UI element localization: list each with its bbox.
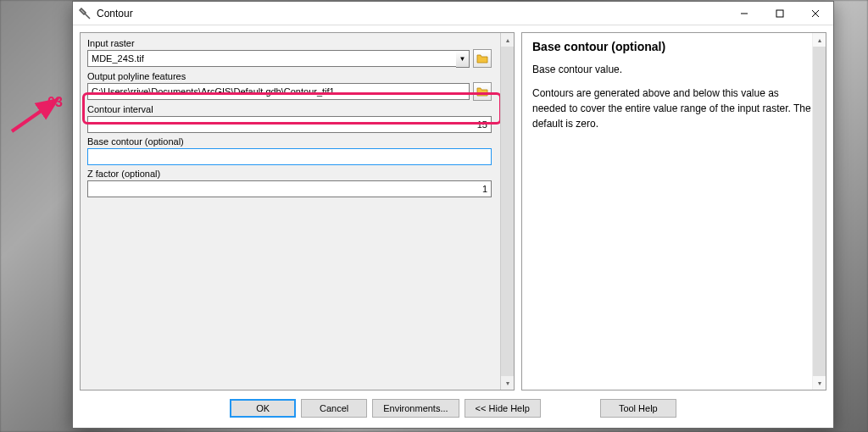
scroll-down-icon[interactable]: ▾ — [501, 376, 514, 390]
button-bar: OK Cancel Environments... << Hide Help T… — [73, 390, 833, 428]
output-polyline-field[interactable] — [87, 83, 470, 100]
help-panel: Base contour (optional) Base contour val… — [521, 32, 826, 390]
parameters-panel: Input raster ▼ Output polyline features — [80, 32, 515, 390]
maximize-button[interactable] — [762, 2, 798, 25]
close-button[interactable] — [798, 2, 833, 25]
z-factor-label: Z factor (optional) — [87, 169, 492, 179]
ok-button[interactable]: OK — [230, 399, 296, 418]
titlebar[interactable]: Contour — [73, 2, 833, 25]
tool-help-button[interactable]: Tool Help — [600, 399, 676, 418]
window-title: Contour — [97, 8, 133, 19]
help-paragraph: Base contour value. — [532, 62, 815, 77]
help-title: Base contour (optional) — [532, 40, 815, 53]
output-polyline-label: Output polyline features — [87, 71, 492, 81]
hammer-icon — [78, 7, 92, 20]
svg-rect-2 — [776, 10, 783, 17]
scroll-down-icon[interactable]: ▾ — [813, 376, 826, 390]
help-scrollbar[interactable]: ▴ ▾ — [812, 33, 826, 390]
hide-help-button[interactable]: << Hide Help — [465, 399, 541, 418]
help-paragraph: Contours are generated above and below t… — [532, 86, 815, 131]
minimize-button[interactable] — [726, 2, 762, 25]
contour-interval-field[interactable] — [87, 116, 492, 133]
base-contour-label: Base contour (optional) — [87, 136, 492, 147]
browse-input-raster-button[interactable] — [473, 49, 492, 68]
input-raster-field[interactable] — [87, 50, 456, 67]
browse-output-button[interactable] — [473, 82, 492, 101]
cancel-button[interactable]: Cancel — [301, 399, 367, 418]
scroll-up-icon[interactable]: ▴ — [501, 33, 514, 47]
input-raster-label: Input raster — [87, 38, 492, 48]
input-raster-dropdown[interactable]: ▼ — [456, 50, 470, 68]
scroll-thumb[interactable] — [813, 47, 826, 376]
contour-dialog: Contour Input raster ▼ — [72, 1, 834, 429]
z-factor-field[interactable] — [87, 180, 492, 197]
left-scrollbar[interactable]: ▴ ▾ — [500, 33, 514, 390]
scroll-thumb[interactable] — [501, 47, 514, 376]
environments-button[interactable]: Environments... — [372, 399, 459, 418]
scroll-up-icon[interactable]: ▴ — [813, 33, 826, 47]
contour-interval-label: Contour interval — [87, 104, 492, 114]
base-contour-field[interactable] — [87, 148, 492, 165]
